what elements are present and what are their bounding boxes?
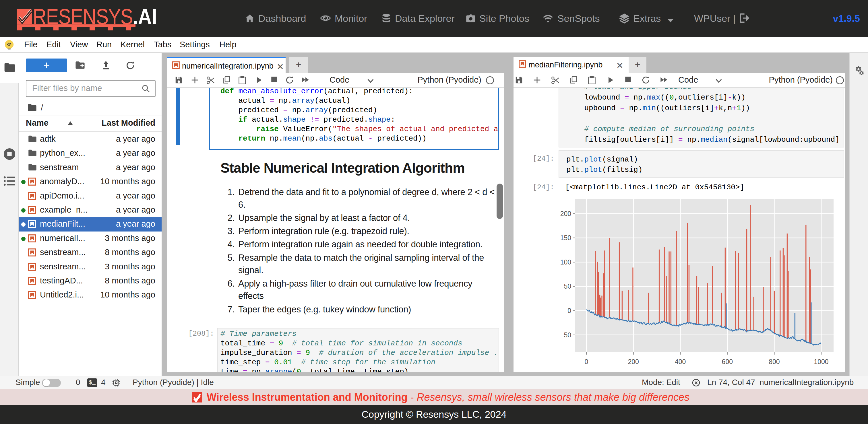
svg-text:100: 100 [560, 258, 571, 266]
svg-text:1000: 1000 [814, 358, 828, 365]
svg-text:0: 0 [567, 307, 571, 315]
svg-text:0: 0 [585, 358, 588, 365]
svg-text:200: 200 [628, 358, 639, 365]
svg-text:−50: −50 [560, 331, 571, 339]
svg-text:150: 150 [560, 234, 571, 241]
svg-text:800: 800 [769, 358, 780, 365]
svg-text:50: 50 [564, 283, 571, 290]
svg-text:200: 200 [560, 210, 571, 218]
svg-text:600: 600 [722, 358, 733, 365]
svg-text:400: 400 [675, 358, 686, 365]
